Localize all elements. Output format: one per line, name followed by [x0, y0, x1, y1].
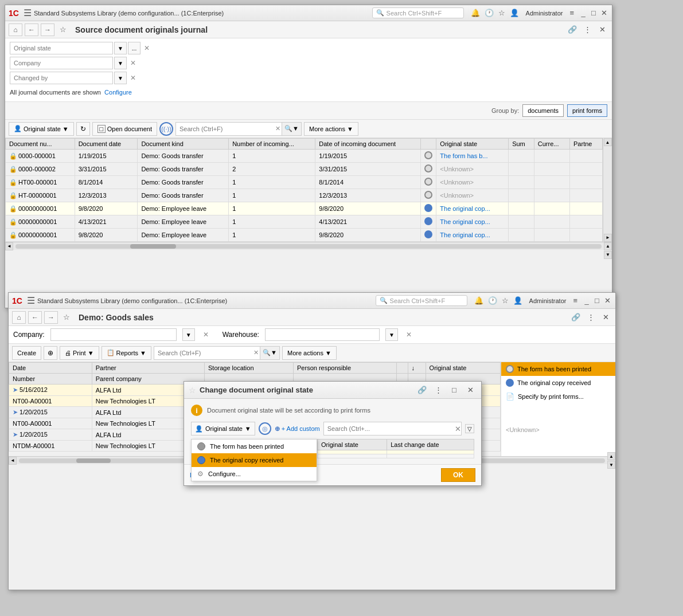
dialog-search-clear[interactable]: ✕: [455, 425, 461, 433]
scroll-up-small-1[interactable]: ▲: [604, 242, 612, 250]
maximize-btn-1[interactable]: □: [589, 9, 598, 18]
search-input-2[interactable]: [154, 348, 252, 358]
global-search-1[interactable]: 🔍 Search Ctrl+Shift+F: [372, 7, 464, 18]
home-btn-2[interactable]: ⌂: [12, 311, 26, 324]
scrollbar-thumb-1[interactable]: [130, 244, 176, 249]
broadcast-btn-1[interactable]: ((·)): [159, 122, 173, 136]
dialog-original-state-btn[interactable]: 👤 Original state ▼: [191, 422, 255, 435]
original-state-dropdown[interactable]: ▼: [114, 42, 127, 54]
user-icon-2[interactable]: 👤: [513, 296, 522, 305]
groupby-documents-btn[interactable]: documents: [522, 104, 564, 117]
state-link[interactable]: The original cop...: [440, 232, 490, 238]
dialog-star-icon[interactable]: ☆: [189, 386, 196, 395]
company-input-2[interactable]: [50, 328, 177, 341]
minimize-btn-1[interactable]: _: [579, 9, 588, 18]
minimize-btn-2[interactable]: _: [582, 296, 591, 305]
table-row[interactable]: 🔒0000-000001 1/19/2015 Demo: Goods trans…: [6, 150, 603, 163]
link-btn-2[interactable]: 🔗: [569, 311, 582, 324]
right-panel-item-printed[interactable]: The form has been printed: [501, 362, 615, 376]
home-btn-1[interactable]: ⌂: [9, 23, 22, 36]
back-btn-1[interactable]: ←: [25, 23, 38, 36]
dropdown-item-received[interactable]: The original copy received: [192, 453, 317, 467]
scrollbar-thumb-2[interactable]: [76, 458, 111, 463]
add-custom-btn[interactable]: ⊕ + Add custom: [275, 425, 320, 433]
dialog-table-row-1[interactable]: [318, 450, 474, 454]
favorites-icon[interactable]: ☆: [498, 9, 505, 17]
original-state-input[interactable]: [10, 42, 113, 54]
original-state-toolbar-btn[interactable]: 👤 Original state ▼: [9, 122, 74, 136]
scroll-left-btn-1[interactable]: ◄: [5, 242, 13, 250]
back-btn-2[interactable]: ←: [28, 311, 42, 324]
bell-icon-2[interactable]: 🔔: [474, 296, 483, 305]
bookmark-btn-2[interactable]: ☆: [60, 311, 73, 324]
settings-icon[interactable]: ≡: [569, 9, 574, 17]
maximize-btn-2[interactable]: □: [592, 296, 602, 305]
scroll-right-btn-1[interactable]: ►: [604, 234, 612, 242]
history-icon-2[interactable]: 🕐: [488, 296, 497, 305]
print-btn[interactable]: 🖨 Print ▼: [60, 346, 99, 360]
hamburger-menu[interactable]: ☰: [24, 7, 32, 18]
groupby-printforms-btn[interactable]: print forms: [567, 104, 607, 117]
search-input-1[interactable]: [176, 124, 274, 134]
forward-btn-1[interactable]: →: [41, 23, 54, 36]
dialog-maximize-btn[interactable]: □: [448, 384, 460, 397]
company-dropdown-2[interactable]: ▼: [182, 328, 195, 341]
link-btn-1[interactable]: 🔗: [566, 23, 579, 36]
hamburger-menu-2[interactable]: ☰: [27, 295, 35, 306]
changed-by-dropdown[interactable]: ▼: [114, 72, 127, 84]
right-panel-item-specify[interactable]: 📄 Specify by print forms...: [501, 390, 615, 403]
close-btn-2[interactable]: ✕: [603, 296, 612, 305]
form-close-btn-2[interactable]: ✕: [599, 311, 612, 324]
close-btn-1[interactable]: ✕: [599, 9, 608, 18]
warehouse-input-2[interactable]: [265, 328, 380, 341]
copy-btn[interactable]: ⊕: [44, 346, 57, 360]
create-btn[interactable]: Create: [12, 346, 41, 360]
original-state-browse[interactable]: ...: [128, 42, 140, 54]
table-row[interactable]: 🔒HT-00000001 12/3/2013 Demo: Goods trans…: [6, 189, 603, 202]
dropdown-item-configure[interactable]: ⚙ Configure...: [192, 467, 317, 481]
forward-btn-2[interactable]: →: [44, 311, 58, 324]
warehouse-clear-2[interactable]: ✕: [404, 329, 414, 340]
scroll-up-small-2[interactable]: ▲: [607, 452, 615, 460]
dialog-refresh-btn[interactable]: ◎: [259, 422, 271, 435]
dropdown-item-printed[interactable]: The form has been printed: [192, 440, 317, 453]
dialog-search-input[interactable]: [324, 424, 455, 433]
warehouse-dropdown-2[interactable]: ▼: [385, 328, 398, 341]
company-dropdown[interactable]: ▼: [114, 57, 127, 69]
state-link[interactable]: The original cop...: [440, 205, 490, 212]
search-clear-2[interactable]: ✕: [252, 349, 260, 356]
scroll-down-small-2[interactable]: ▼: [607, 461, 615, 469]
search-go-1[interactable]: 🔍▼: [282, 123, 301, 135]
table-row[interactable]: 🔒HT00-000001 8/1/2014 Demo: Goods transf…: [6, 176, 603, 189]
changed-by-clear[interactable]: ✕: [128, 73, 138, 83]
search-go-2[interactable]: 🔍▼: [260, 347, 279, 359]
history-icon[interactable]: 🕐: [485, 9, 494, 17]
scroll-down-small-1[interactable]: ▼: [604, 251, 612, 259]
state-link[interactable]: The form has b...: [440, 152, 487, 159]
ok-button[interactable]: OK: [441, 468, 475, 482]
changed-by-input[interactable]: [10, 72, 113, 84]
global-search-2[interactable]: 🔍 Search Ctrl+Shift+F: [376, 295, 467, 306]
search-clear-1[interactable]: ✕: [274, 125, 282, 132]
bookmark-btn-1[interactable]: ☆: [57, 23, 69, 36]
table-row[interactable]: 🔒0000-000002 3/31/2015 Demo: Goods trans…: [6, 163, 603, 176]
state-link[interactable]: The original cop...: [440, 218, 490, 225]
company-input[interactable]: [10, 57, 113, 69]
dialog-table-row-2[interactable]: [318, 454, 474, 458]
refresh-btn-1[interactable]: ↻: [76, 122, 90, 136]
table-row[interactable]: 🔒00000000001 9/8/2020 Demo: Employee lea…: [6, 202, 603, 215]
settings-icon-2[interactable]: ≡: [573, 296, 577, 305]
more-actions-btn-1[interactable]: More actions ▼: [304, 122, 358, 136]
user-icon[interactable]: 👤: [510, 9, 519, 17]
original-state-clear[interactable]: ✕: [142, 43, 152, 53]
dialog-close-btn[interactable]: ✕: [464, 384, 477, 397]
bell-icon[interactable]: 🔔: [471, 9, 480, 17]
right-panel-item-received[interactable]: The original copy received: [501, 376, 615, 390]
favorites-icon-2[interactable]: ☆: [502, 296, 509, 305]
form-close-btn-1[interactable]: ✕: [596, 23, 608, 36]
reports-btn[interactable]: 📋 Reports ▼: [102, 346, 151, 360]
dialog-menu-btn[interactable]: ⋮: [432, 384, 444, 397]
scroll-up-btn-1[interactable]: ▲: [604, 138, 612, 146]
dialog-link-btn[interactable]: 🔗: [416, 384, 428, 397]
scroll-left-btn-2[interactable]: ◄: [9, 457, 17, 465]
